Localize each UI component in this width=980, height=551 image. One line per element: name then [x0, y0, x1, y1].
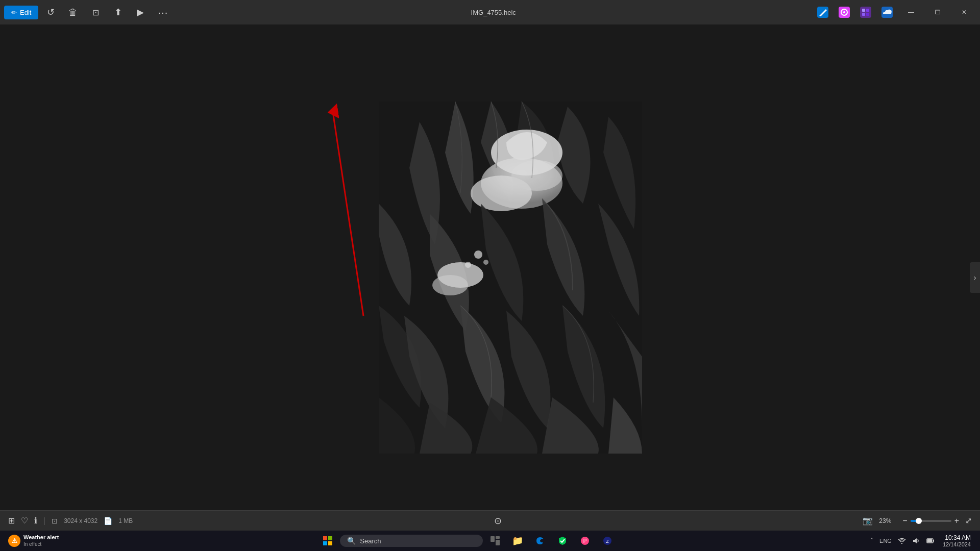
speaker-icon: [912, 537, 920, 545]
weather-alert-icon: ⚠: [8, 535, 20, 547]
succulent-image-svg: [379, 102, 642, 454]
zoom-thumb: [916, 518, 922, 524]
battery-icon[interactable]: [924, 535, 937, 547]
window-title: IMG_4755.heic: [173, 9, 814, 16]
folder-icon: 📁: [512, 535, 523, 546]
zoom-in-icon: +: [954, 516, 959, 525]
zoom-out-button[interactable]: −: [902, 516, 907, 525]
photo-display: [379, 102, 642, 454]
status-bar-center: ⊙: [139, 515, 856, 527]
delete-icon: 🗑: [68, 7, 78, 18]
status-divider-1: |: [43, 516, 45, 525]
svg-rect-29: [496, 540, 500, 545]
slideshow-button[interactable]: ▶: [130, 3, 151, 21]
app5-button[interactable]: P: [575, 532, 595, 550]
edge-button[interactable]: [530, 532, 550, 550]
app6-button[interactable]: Z: [597, 532, 618, 550]
more-icon: ···: [158, 7, 168, 18]
main-content: ›: [0, 24, 980, 531]
search-icon: 🔍: [347, 537, 356, 545]
red-arrow-annotation: [312, 102, 379, 326]
zoom-slider[interactable]: [911, 520, 951, 522]
svg-rect-28: [496, 536, 500, 539]
tray-chevron-button[interactable]: ˄: [868, 536, 875, 545]
more-button[interactable]: ···: [153, 3, 173, 21]
gallery-icon: ⊞: [8, 516, 15, 525]
delete-button[interactable]: 🗑: [63, 3, 83, 21]
photos-icon: [860, 7, 871, 18]
focus-button[interactable]: ⊙: [494, 515, 502, 527]
svg-rect-24: [328, 536, 332, 540]
weather-alert-text: Weather alert In effect: [23, 534, 59, 547]
taskbar-center: 🔍 Search 📁: [67, 532, 869, 550]
image-dimensions: 3024 x 4032: [64, 517, 97, 524]
wifi-icon[interactable]: [896, 535, 908, 547]
minimize-button[interactable]: —: [899, 3, 923, 21]
windows-icon: [323, 536, 332, 545]
status-bar: ⊞ ♡ ℹ | ⊡ 3024 x 4032 📄 1 MB ⊙ 📷 23% −: [0, 510, 980, 531]
favorite-button[interactable]: ♡: [21, 516, 28, 525]
file-explorer-button[interactable]: 📁: [507, 532, 528, 550]
undo-icon: ↺: [47, 7, 55, 18]
close-button[interactable]: ✕: [952, 3, 976, 21]
svg-rect-23: [323, 536, 327, 540]
chevron-up-icon: ˄: [870, 537, 873, 544]
fit-icon: ⤢: [965, 516, 972, 525]
minimize-icon: —: [908, 9, 914, 16]
app-icon-edit[interactable]: [814, 3, 832, 21]
security-button[interactable]: [552, 532, 573, 550]
fit-to-window-button[interactable]: ⤢: [965, 516, 972, 525]
weather-alert-subtitle: In effect: [23, 541, 59, 547]
right-panel-toggle[interactable]: ›: [970, 262, 980, 293]
maximize-button[interactable]: ⧠: [926, 3, 949, 21]
wifi-signal-icon: [898, 537, 906, 545]
svg-text:Z: Z: [606, 539, 609, 544]
file-size: 1 MB: [118, 517, 133, 524]
app-icon-photos[interactable]: [856, 3, 875, 21]
edge-icon: [535, 536, 545, 545]
info-button[interactable]: ℹ: [34, 516, 37, 525]
weather-alert-title: Weather alert: [23, 534, 59, 541]
svg-rect-6: [866, 9, 869, 12]
edit-button[interactable]: ✏ Edit: [4, 6, 38, 19]
svg-rect-5: [862, 9, 865, 12]
system-clock[interactable]: 10:34 AM 12/14/2024: [940, 533, 974, 548]
start-button[interactable]: [317, 532, 338, 550]
zoom-in-button[interactable]: +: [954, 516, 959, 525]
svg-rect-4: [860, 7, 871, 18]
info-icon: ℹ: [34, 516, 37, 525]
svg-rect-27: [491, 536, 495, 542]
onedrive-icon: [881, 7, 893, 18]
share-button[interactable]: ⬆: [108, 3, 128, 21]
close-icon: ✕: [962, 9, 967, 16]
svg-line-11: [333, 112, 363, 316]
print-button[interactable]: ⊡: [85, 3, 106, 21]
image-container: [379, 102, 642, 454]
taskbar-left: ⚠ Weather alert In effect: [0, 533, 67, 548]
filesize-icon: 📄: [104, 517, 112, 525]
svg-rect-35: [933, 540, 934, 542]
svg-point-3: [843, 11, 845, 13]
screenshot-icon: 📷: [863, 516, 873, 525]
status-bar-left: ⊞ ♡ ℹ | ⊡ 3024 x 4032 📄 1 MB: [8, 516, 133, 525]
gallery-view-button[interactable]: ⊞: [8, 516, 15, 525]
search-bar[interactable]: 🔍 Search: [340, 535, 483, 547]
copy-icon: ⊡: [52, 517, 58, 525]
svg-rect-22: [379, 102, 642, 454]
app-icon-paint3d[interactable]: [835, 3, 853, 21]
zoom-control: 23% − +: [879, 516, 959, 525]
title-text: IMG_4755.heic: [471, 9, 516, 16]
zoom-percentage[interactable]: 23%: [879, 517, 899, 524]
volume-icon[interactable]: [910, 535, 922, 547]
edit-icon: ✏: [11, 9, 17, 16]
weather-alert[interactable]: ⚠ Weather alert In effect: [4, 533, 63, 548]
svg-rect-7: [862, 13, 865, 16]
search-text: Search: [360, 537, 381, 545]
app-icon-onedrive[interactable]: [878, 3, 896, 21]
screenshot-button[interactable]: 📷: [863, 516, 873, 525]
undo-button[interactable]: ↺: [40, 3, 61, 21]
app5-icon: P: [580, 536, 590, 545]
task-view-button[interactable]: [485, 532, 505, 550]
language-indicator[interactable]: ENG: [877, 537, 894, 545]
chevron-right-icon: ›: [974, 273, 976, 282]
